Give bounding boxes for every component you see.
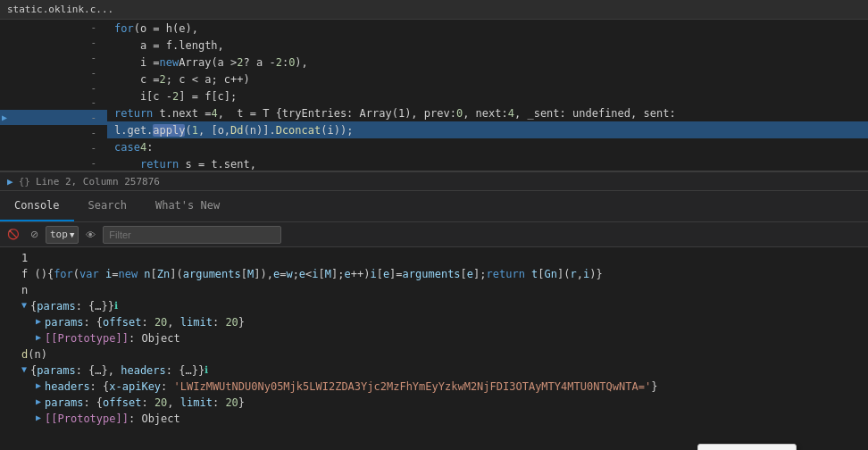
url-text: static.oklink.c...	[7, 4, 113, 15]
url-bar: static.oklink.c...	[0, 0, 868, 20]
expand-arrow-proto-2[interactable]: ▶	[36, 412, 41, 422]
eye-icon: 👁	[86, 229, 96, 240]
console-line-params-proto[interactable]: ▶ [[Prototype]]: Object	[14, 331, 868, 347]
brace-icon: {}	[19, 176, 30, 188]
top-selector[interactable]: top ▼	[46, 226, 79, 244]
gutter-line-7: ▶ -	[0, 110, 107, 125]
devtools-tabs: Console Search What's New	[0, 191, 868, 222]
gutter-line-6: -	[0, 96, 107, 111]
code-line-7: l.get.apply(1, [o, Dd(n)].Dconcat(i));	[107, 121, 868, 138]
console-output[interactable]: 1 f (){for(var i=new n[Zn](arguments[M])…	[0, 247, 868, 450]
console-line-dn-header[interactable]: ▼ {params: {…}, headers: {…}} ℹ	[0, 363, 868, 379]
prototype-text-1: [[Prototype]]: Object	[45, 332, 180, 345]
gutter-line-2: -	[0, 35, 107, 50]
prototype-text-2: [[Prototype]]: Object	[45, 412, 180, 425]
tab-search[interactable]: Search	[74, 191, 141, 221]
editor-gutter: - - - - - - ▶ - - - -	[0, 20, 107, 171]
filter-icon: ⊘	[30, 229, 38, 240]
gutter-line-10: -	[0, 155, 107, 171]
expand-arrow-headers[interactable]: ▶	[36, 380, 41, 390]
filter-input[interactable]	[103, 226, 281, 244]
console-fn-text: f (){for(var i=new n[Zn](arguments[M]),e…	[21, 268, 603, 280]
expand-arrow-2[interactable]: ▼	[21, 364, 27, 374]
gutter-line-8: -	[0, 125, 107, 140]
code-line-5: i[c - 2] = f[c];	[107, 88, 868, 104]
filter-toggle-button[interactable]: ⊘	[27, 227, 42, 242]
gutter-line-5: -	[0, 80, 107, 96]
code-line-2: a = f.length,	[107, 37, 868, 54]
eye-button[interactable]: 👁	[82, 228, 99, 242]
expand-arrow-params[interactable]: ▶	[36, 316, 41, 326]
gutter-line-1: -	[0, 20, 107, 35]
console-line-dn: d(n)	[0, 347, 868, 363]
console-line-proto2[interactable]: ▶ [[Prototype]]: Object	[14, 412, 868, 428]
code-line-6: return t.next = 4, t = T {tryEntries: Ar…	[107, 104, 868, 121]
code-line-9: return s = t.sent,	[107, 155, 868, 171]
screenshot-tooltip: 截图(Alt + A)	[697, 444, 797, 450]
status-info: Line 2, Column 257876	[36, 176, 160, 188]
code-line-3: i = new Array(a > 2 ? a - 2 : 0),	[107, 54, 868, 71]
gutter-line-9: -	[0, 140, 107, 155]
console-line-fn: f (){for(var i=new n[Zn](arguments[M]),e…	[0, 267, 868, 283]
dn-obj-text: {params: {…}, headers: {…}}	[30, 364, 204, 377]
dn-text: d(n)	[21, 348, 47, 361]
console-line-params-sub1[interactable]: ▶ params: {offset: 20, limit: 20}	[14, 315, 868, 331]
console-toolbar: 🚫 ⊘ top ▼ 👁	[0, 222, 868, 247]
tab-whats-new[interactable]: What's New	[141, 191, 234, 221]
console-line-headers[interactable]: ▶ headers: {x-apiKey: 'LWIzMWUtNDU0Ny05M…	[14, 379, 868, 396]
headers-detail: headers: {x-apiKey: 'LWIzMWUtNDU0Ny05Mjk…	[45, 380, 657, 393]
console-line-value-1: 1	[0, 251, 868, 267]
code-line-8: case 4:	[107, 138, 868, 155]
dropdown-arrow-icon: ▼	[70, 230, 74, 239]
gutter-line-4: -	[0, 65, 107, 80]
code-line-4: c = 2; c < a; c++)	[107, 71, 868, 88]
expand-arrow-proto-1[interactable]: ▶	[36, 332, 41, 342]
params-obj-text: {params: {…}}	[30, 300, 114, 312]
params-detail-2: params: {offset: 20, limit: 20}	[45, 396, 245, 409]
clear-console-button[interactable]: 🚫	[4, 227, 23, 242]
console-n-text: n	[21, 284, 28, 296]
console-line-params-sub2[interactable]: ▶ params: {offset: 20, limit: 20}	[14, 396, 868, 412]
tab-console[interactable]: Console	[0, 191, 74, 221]
console-text: 1	[21, 252, 28, 264]
expand-icon[interactable]: ▶	[7, 176, 13, 188]
expand-arrow-1[interactable]: ▼	[21, 300, 27, 310]
expand-arrow-params2[interactable]: ▶	[36, 396, 41, 406]
status-bar: ▶ {} Line 2, Column 257876	[0, 171, 868, 191]
console-line-params-header[interactable]: ▼ {params: {…}} ℹ	[0, 299, 868, 315]
gutter-line-3: -	[0, 50, 107, 65]
editor-area: - - - - - - ▶ - - - - for (o = h(e), a =…	[0, 20, 868, 171]
console-line-n: n	[0, 283, 868, 299]
info-icon-2: ℹ	[204, 364, 208, 376]
clear-icon: 🚫	[7, 229, 20, 240]
params-detail: params: {offset: 20, limit: 20}	[45, 316, 245, 329]
editor-content: for (o = h(e), a = f.length, i = new Arr…	[107, 20, 868, 171]
top-label: top	[50, 229, 68, 240]
code-line-1: for (o = h(e),	[107, 20, 868, 37]
info-icon-1: ℹ	[114, 300, 118, 312]
